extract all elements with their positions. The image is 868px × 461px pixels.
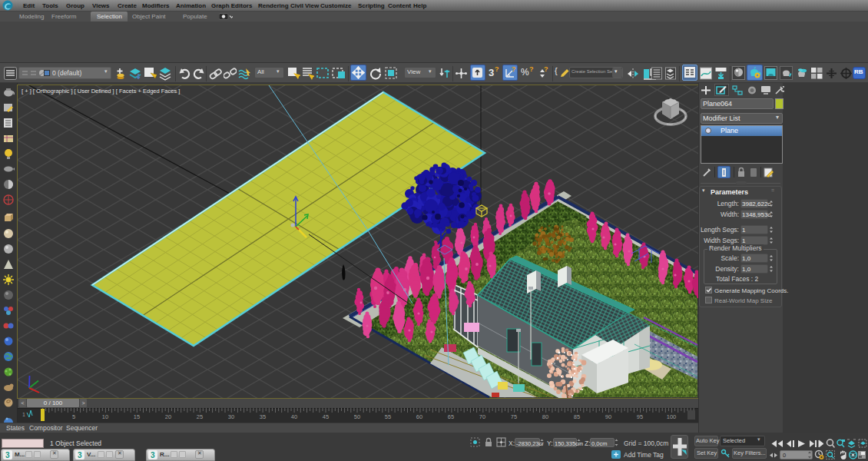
svg-text:80: 80 (542, 413, 548, 420)
svg-text:60: 60 (416, 413, 422, 420)
svg-text:95: 95 (637, 413, 643, 420)
svg-text:70: 70 (479, 413, 485, 420)
svg-text:85: 85 (574, 413, 580, 420)
svg-text:40: 40 (291, 413, 297, 420)
svg-text:10: 10 (102, 413, 108, 420)
svg-text:65: 65 (448, 413, 454, 420)
svg-text:55: 55 (385, 413, 391, 420)
svg-text:25: 25 (197, 413, 203, 420)
svg-text:[ + ] [ Orthographic ] [ User: [ + ] [ Orthographic ] [ User Defined ] … (22, 88, 180, 95)
svg-text:3: 3 (151, 451, 155, 459)
svg-text:3: 3 (78, 451, 82, 459)
svg-text:45: 45 (323, 413, 329, 420)
svg-text:5: 5 (72, 413, 75, 420)
svg-text:3: 3 (5, 451, 10, 459)
svg-text:90: 90 (605, 413, 611, 420)
svg-text:30: 30 (228, 413, 234, 420)
svg-text:20: 20 (165, 413, 171, 420)
svg-text:15: 15 (134, 413, 140, 420)
svg-text:35: 35 (260, 413, 266, 420)
svg-text:1: 1 (22, 412, 25, 417)
svg-text:75: 75 (511, 413, 517, 420)
svg-text:50: 50 (354, 413, 360, 420)
svg-text:100: 100 (667, 413, 677, 420)
